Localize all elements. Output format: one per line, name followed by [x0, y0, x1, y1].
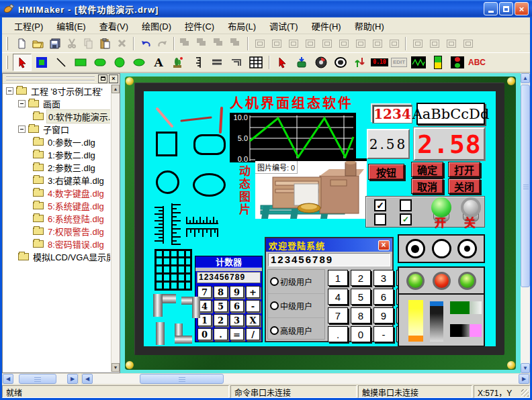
button-widget[interactable]: 按钮: [368, 164, 404, 180]
counter-key[interactable]: 2: [214, 314, 228, 326]
edit-control-button[interactable]: EDIT: [390, 54, 408, 71]
resize-grip[interactable]: [521, 389, 529, 397]
pink-bar-graph[interactable]: [450, 324, 482, 337]
fill-rect-tool-button[interactable]: [32, 54, 51, 71]
roundrect-shape[interactable]: [193, 134, 226, 155]
delete-button[interactable]: [114, 36, 130, 51]
cancel-button-widget[interactable]: 取消: [411, 179, 443, 194]
redo-button[interactable]: [154, 36, 171, 51]
scroll-thumb[interactable]: [140, 374, 224, 384]
menu-item-hardware[interactable]: 硬件(H): [305, 17, 348, 34]
align-right-button[interactable]: [268, 36, 285, 51]
counter-key[interactable]: .: [214, 328, 228, 340]
counter-key[interactable]: -: [246, 300, 260, 312]
same-size-button[interactable]: [369, 36, 386, 51]
minimize-button[interactable]: [484, 2, 498, 15]
green-lamp[interactable]: [406, 272, 425, 290]
paste-button[interactable]: [97, 36, 114, 51]
checkbox-green-checked[interactable]: ✓: [400, 213, 412, 226]
keypad-key[interactable]: 6: [373, 289, 394, 305]
maximize-button[interactable]: [499, 2, 513, 15]
counter-key[interactable]: 5: [214, 300, 228, 312]
scroll-up-button[interactable]: ▲: [521, 73, 530, 83]
checkbox-unchecked[interactable]: [400, 199, 412, 211]
scroll-right-button[interactable]: ▶: [519, 374, 529, 384]
keypad-key[interactable]: 0: [351, 326, 371, 342]
ellipse-tool-button[interactable]: [130, 54, 148, 71]
pen-scribbles[interactable]: [149, 106, 228, 134]
knob-control-button[interactable]: [312, 54, 330, 71]
selector-dot-large[interactable]: [406, 239, 425, 258]
scroll-down-button[interactable]: ▼: [112, 363, 120, 372]
ungroup-tool-button[interactable]: [194, 36, 211, 51]
selector-dot-small[interactable]: [457, 239, 477, 258]
checkbox-checked[interactable]: ✓: [374, 199, 386, 211]
scroll-down-button[interactable]: ▼: [521, 363, 530, 373]
canvas-vertical-scrollbar[interactable]: ▲ ▼: [521, 73, 530, 373]
align-top-button[interactable]: [285, 36, 302, 51]
align-left-button[interactable]: [251, 36, 268, 51]
counter-key[interactable]: =: [230, 328, 244, 340]
distribute-v-button[interactable]: [426, 36, 443, 51]
grid-shape[interactable]: [154, 249, 192, 291]
keypad-key[interactable]: 9: [373, 307, 394, 323]
radio-basic-user[interactable]: 初级用户: [268, 270, 324, 294]
bar-control-button[interactable]: [429, 54, 447, 71]
pipe-shapes[interactable]: [152, 293, 206, 346]
raise-tool-button[interactable]: [211, 36, 228, 51]
select-tool-button[interactable]: [13, 54, 32, 71]
keypad-key[interactable]: 4: [328, 289, 348, 305]
keypad-key[interactable]: 2: [351, 270, 371, 286]
dynamic-picture-frame[interactable]: 图片编号: 0: [255, 158, 367, 219]
selector-empty[interactable]: [432, 239, 451, 258]
numeric-display[interactable]: 1234: [372, 105, 412, 123]
open-button-widget[interactable]: 打开: [448, 162, 480, 177]
save-button[interactable]: [46, 36, 63, 51]
updown-control-button[interactable]: [351, 54, 369, 71]
ok-button-widget[interactable]: 确定: [411, 162, 443, 177]
same-height-button[interactable]: [352, 36, 369, 51]
ellipse-shape[interactable]: [193, 173, 226, 197]
scroll-up-button[interactable]: ▲: [112, 85, 120, 93]
tree-item-dlg1[interactable]: 1:参数二.dlg: [3, 148, 110, 161]
string-control-button[interactable]: ABC: [468, 54, 486, 71]
toolbar-grip[interactable]: [6, 56, 8, 69]
same-width-button[interactable]: [335, 36, 352, 51]
roundrect-tool-button[interactable]: [91, 54, 109, 71]
scroll-track[interactable]: [13, 374, 67, 384]
tree-item-dlg5[interactable]: 5:系统键盘.dlg: [3, 199, 110, 212]
collapse-icon[interactable]: [18, 126, 26, 133]
tree-item-dlg2[interactable]: 2:参数三.dlg: [3, 161, 110, 174]
close-button-widget[interactable]: 关闭: [448, 179, 480, 194]
canvas-horizontal-scrollbar[interactable]: ◀ ▶: [81, 373, 530, 385]
scroll-right-button[interactable]: ▶: [67, 374, 78, 384]
menu-item-edit[interactable]: 编辑(E): [50, 17, 92, 34]
cut-button[interactable]: [63, 36, 80, 51]
tree-item-lcd-sim[interactable]: 模拟LCD/VGA显示屏: [3, 250, 110, 263]
corner-line-tool-button[interactable]: [227, 54, 246, 71]
radio-advanced-user[interactable]: 高级用户: [268, 318, 324, 342]
green-bar-graph[interactable]: [450, 301, 482, 314]
indicator-control-button[interactable]: [331, 54, 350, 71]
menu-item-control[interactable]: 控件(C): [178, 17, 221, 34]
tree-item-subwindows[interactable]: 子窗口: [3, 123, 110, 136]
table-tool-button[interactable]: [247, 54, 265, 71]
align-bottom-button[interactable]: [302, 36, 318, 51]
menu-item-view[interactable]: 查看(V): [93, 17, 135, 34]
password-input[interactable]: 123456789: [268, 253, 390, 266]
tree-item-screens[interactable]: 画面: [3, 97, 110, 110]
control-select-button[interactable]: [273, 54, 292, 71]
copy-button[interactable]: [80, 36, 97, 51]
horizontal-ruler[interactable]: [185, 216, 219, 225]
login-dialog[interactable]: 欢迎登陆系统 × 123456789 初级用户 中级用户 高级用户 1: [265, 237, 394, 342]
undo-button[interactable]: [137, 36, 154, 51]
tree-restore-button[interactable]: [98, 74, 107, 83]
red-lamp[interactable]: [433, 272, 451, 290]
design-canvas[interactable]: 人机界面组态软件: [120, 73, 521, 373]
tree-item-dlg4[interactable]: 4:数字键盘.dlg: [3, 187, 110, 199]
tree-item-dlg0[interactable]: 0:参数一.dlg: [3, 136, 110, 148]
login-close-button[interactable]: ×: [378, 240, 390, 250]
trend-control-button[interactable]: [409, 54, 428, 71]
toolbar-grip[interactable]: [6, 37, 8, 50]
dynamic-picture-label[interactable]: 动态图片: [235, 165, 252, 216]
